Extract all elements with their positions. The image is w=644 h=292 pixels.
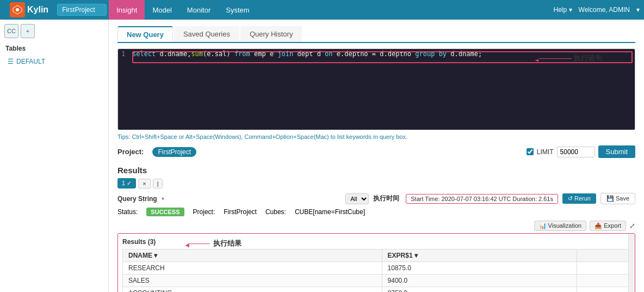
annotation-results-row: ◄ 执行结果 bbox=[188, 239, 242, 248]
results-title: Results bbox=[117, 166, 635, 175]
logo-icon bbox=[10, 2, 25, 17]
sidebar-icons: CC + bbox=[4, 24, 104, 38]
query-tabs: New Query Saved Queries Query History bbox=[117, 26, 635, 43]
status-select[interactable]: All bbox=[345, 193, 369, 204]
expand-button[interactable]: ⤢ bbox=[629, 222, 635, 230]
sidebar-add-button[interactable]: + bbox=[21, 24, 35, 38]
limit-label: LIMIT bbox=[537, 148, 554, 156]
export-icon: 📤 bbox=[595, 222, 602, 229]
scrollbar-track[interactable] bbox=[628, 234, 635, 292]
table-row: RESEARCH10875.0 bbox=[123, 262, 630, 275]
query-tips: Tips: Ctrl+Shift+Space or Alt+Space(Wind… bbox=[117, 133, 635, 140]
limit-input[interactable] bbox=[557, 147, 595, 157]
welcome-label: Welcome, ADMIN bbox=[579, 6, 630, 14]
nav-model[interactable]: Model bbox=[145, 0, 179, 20]
table-icon: ☰ bbox=[8, 58, 14, 65]
main-layout: CC + Tables ☰ DEFAULT New Query Saved Qu… bbox=[0, 20, 644, 292]
row-status-label: Status: bbox=[117, 208, 138, 216]
nav-insight[interactable]: Insight bbox=[109, 0, 145, 20]
status-badge: SUCCESS bbox=[146, 208, 184, 216]
annotation-time: 执行时间 bbox=[373, 194, 399, 203]
table-row: ACCOUNTING8750.0 bbox=[123, 287, 630, 293]
col-expr1: EXPR$1 ▾ bbox=[382, 250, 577, 262]
results-table-box: Results (3) ◄ 执行结果 DNAME ▾ E bbox=[117, 233, 635, 292]
query-string-label: Query String bbox=[117, 195, 157, 203]
toolbar-btn-x[interactable]: × bbox=[138, 179, 150, 188]
svg-point-1 bbox=[16, 8, 19, 11]
results-body: RESEARCH10875.0SALES9400.0ACCOUNTING8750… bbox=[123, 262, 630, 293]
results-box-title: Results (3) bbox=[122, 238, 156, 246]
table-row: SALES9400.0 bbox=[123, 275, 630, 287]
tab-query-history[interactable]: Query History bbox=[240, 26, 302, 42]
tab-new-query[interactable]: New Query bbox=[117, 26, 173, 42]
chart-icon: 📊 bbox=[539, 222, 547, 229]
col-empty bbox=[577, 250, 630, 262]
row-cubes-label: Cubes: bbox=[265, 208, 286, 216]
viz-export-row: 📊 Visualization 📤 Export ⤢ bbox=[117, 221, 635, 231]
nav-system[interactable]: System bbox=[218, 0, 257, 20]
annotation-results-text: 执行结果 bbox=[213, 239, 242, 248]
visualization-button[interactable]: 📊 Visualization bbox=[534, 221, 587, 231]
col-dname: DNAME ▾ bbox=[123, 250, 382, 262]
export-button[interactable]: 📤 Export bbox=[590, 221, 626, 231]
sidebar-item-default[interactable]: ☰ DEFAULT bbox=[4, 56, 104, 68]
tab-saved-queries[interactable]: Saved Queries bbox=[174, 26, 239, 42]
line-number: 1 bbox=[121, 50, 132, 58]
row-project-value: FirstProject bbox=[224, 208, 257, 216]
time-info-box: Start Time: 2020-07-07 03:16:42 UTC Dura… bbox=[406, 194, 558, 204]
topnav-right: Help ▾ Welcome, ADMIN ▾ bbox=[554, 6, 640, 14]
results-toolbar: 1 ✓ × | bbox=[117, 178, 635, 188]
help-link[interactable]: Help ▾ bbox=[554, 6, 572, 14]
query-code: select d.dname,sum(e.sal) from emp e joi… bbox=[132, 50, 482, 58]
info-row: Status: SUCCESS Project: FirstProject Cu… bbox=[117, 208, 635, 216]
row-project-label: Project: bbox=[193, 208, 215, 216]
limit-row: LIMIT Submit bbox=[527, 145, 635, 158]
project-label: Project: bbox=[117, 148, 144, 156]
row-cubes-value: CUBE[name=FirstCube] bbox=[295, 208, 365, 216]
limit-checkbox[interactable] bbox=[527, 148, 534, 155]
top-navigation: Kylin FirstProject Insight Model Monitor… bbox=[0, 0, 644, 20]
project-select[interactable]: FirstProject bbox=[57, 4, 107, 16]
sidebar: CC + Tables ☰ DEFAULT bbox=[0, 20, 109, 292]
results-table: DNAME ▾ EXPR$1 ▾ RESEARCH10875.0SALES940… bbox=[122, 249, 630, 292]
query-string-chevron: ▾ bbox=[162, 196, 164, 202]
query-editor[interactable]: 1 select d.dname,sum(e.sal) from emp e j… bbox=[117, 48, 635, 130]
table-header-row: DNAME ▾ EXPR$1 ▾ bbox=[123, 250, 630, 262]
save-button[interactable]: 💾Save bbox=[600, 193, 635, 204]
status-time-row: Query String ▾ All 执行时间 Start Time: 2020… bbox=[117, 193, 635, 204]
sidebar-cc-button[interactable]: CC bbox=[4, 24, 18, 38]
logo: Kylin bbox=[4, 2, 54, 17]
sidebar-item-label: DEFAULT bbox=[16, 58, 45, 65]
logo-text: Kylin bbox=[27, 5, 48, 15]
tables-section-title: Tables bbox=[4, 45, 104, 52]
annotation-execute: ◄ 执行语句 bbox=[539, 53, 602, 63]
project-row: Project: FirstProject LIMIT Submit bbox=[117, 145, 635, 158]
project-value: FirstProject bbox=[152, 147, 196, 157]
toolbar-btn-1[interactable]: 1 ✓ bbox=[117, 178, 136, 188]
submit-button[interactable]: Submit bbox=[598, 145, 635, 158]
nav-monitor[interactable]: Monitor bbox=[179, 0, 218, 20]
rerun-button[interactable]: ↺Rerun bbox=[562, 193, 596, 204]
toolbar-btn-pipe[interactable]: | bbox=[153, 179, 163, 188]
main-content: New Query Saved Queries Query History 1 … bbox=[109, 20, 644, 292]
